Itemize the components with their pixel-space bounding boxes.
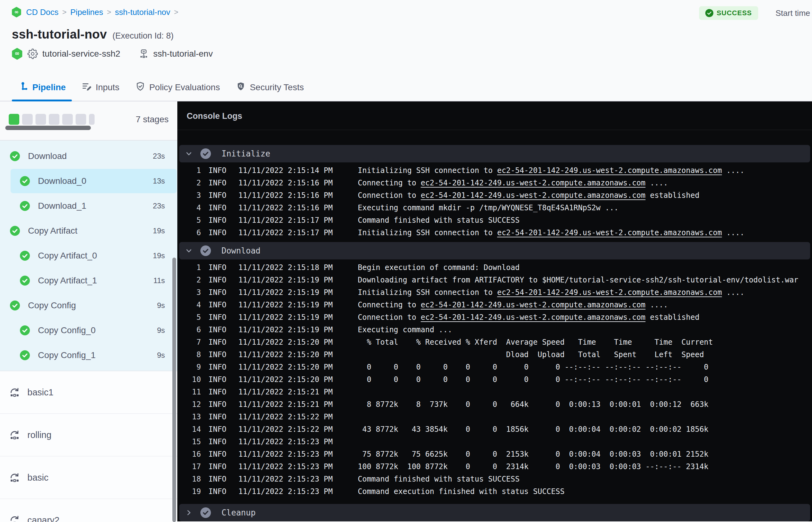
log-host-link[interactable]: ec2-54-201-142-249.us-west-2.compute.ama… (421, 191, 645, 200)
stage-row-copy-artifact[interactable]: Copy Artifact19s (0, 218, 177, 243)
log-host-link[interactable]: ec2-54-201-142-249.us-west-2.compute.ama… (497, 166, 722, 175)
pipeline-icon (18, 81, 28, 94)
tab-label: Security Tests (250, 82, 304, 93)
log-timestamp: 11/11/2022 2:15:20 PM (238, 350, 334, 359)
breadcrumb-link[interactable]: Pipelines (70, 7, 103, 17)
page-header: ∞ CD Docs>Pipelines>ssh-tutorial-nov> SU… (0, 0, 812, 101)
stage-duration: 13s (153, 177, 165, 185)
stage-row-download_0[interactable]: Download_013s (0, 168, 177, 194)
log-line-number: 7 (191, 338, 201, 346)
stage-row-copy-config_1[interactable]: Copy Config_19s (0, 343, 177, 368)
log-section-header-initialize[interactable]: Initialize (179, 145, 810, 162)
pipeline-row-rolling[interactable]: rolling (0, 414, 177, 456)
log-line-number: 8 (191, 350, 201, 359)
chevron-down-icon (185, 149, 193, 158)
tab-pipeline[interactable]: Pipeline (18, 74, 66, 101)
log-lines-initialize: 1INFO11/11/2022 2:15:14 PMInitializing S… (177, 164, 812, 239)
breadcrumb-separator: > (107, 8, 111, 17)
log-host-link[interactable]: ec2-54-201-142-249.us-west-2.compute.ama… (497, 228, 722, 237)
log-line: 15INFO11/11/2022 2:15:23 PM (177, 436, 812, 448)
log-message: 75 8772k 75 6625k 0 0 2153k 0 0:00:04 0:… (358, 450, 708, 459)
pipeline-row-canary2[interactable]: canary2 (0, 499, 177, 522)
breadcrumb-link[interactable]: CD Docs (26, 7, 59, 17)
stage-row-download[interactable]: Download23s (0, 144, 177, 168)
tab-security-tests[interactable]: Security Tests (236, 74, 304, 101)
log-timestamp: 11/11/2022 2:15:22 PM (238, 425, 334, 434)
log-timestamp: 11/11/2022 2:15:17 PM (238, 216, 334, 225)
log-host-link[interactable]: ec2-54-201-142-249.us-west-2.compute.ama… (421, 313, 645, 322)
log-line: 17INFO11/11/2022 2:15:23 PM100 8772k 100… (177, 460, 812, 473)
stage-name: Copy Config_1 (38, 350, 96, 360)
stage-row-copy-artifact_1[interactable]: Copy Artifact_111s (0, 268, 177, 293)
log-line-number: 2 (191, 276, 201, 284)
log-line-number: 5 (191, 313, 201, 322)
log-line: 12INFO11/11/2022 2:15:21 PM 8 8772k 8 73… (177, 398, 812, 410)
breadcrumb-link[interactable]: ssh-tutorial-nov (115, 7, 170, 17)
log-message: Initializing SSH connection to ec2-54-20… (358, 166, 745, 175)
execution-id: (Execution Id: 8) (112, 31, 174, 41)
log-line: 9INFO11/11/2022 2:15:20 PM 0 0 0 0 0 0 0… (177, 361, 812, 373)
log-line-number: 11 (191, 388, 201, 396)
svg-text:∞: ∞ (15, 50, 20, 57)
log-level: INFO (208, 179, 228, 187)
start-time-label: Start time (776, 8, 810, 18)
log-message: 0 0 0 0 0 0 0 0 --:--:-- --:--:-- --:--:… (358, 363, 708, 372)
log-line-number: 6 (191, 228, 201, 237)
tab-inputs[interactable]: Inputs (81, 74, 119, 101)
policy-icon (135, 81, 146, 94)
vertical-scrollbar[interactable] (172, 258, 176, 522)
log-host-link[interactable]: ec2-54-201-142-249.us-west-2.compute.ama… (497, 288, 722, 297)
log-line: 2INFO11/11/2022 2:15:19 PMDownloading ar… (177, 274, 812, 286)
log-timestamp: 11/11/2022 2:15:17 PM (238, 228, 334, 237)
harness-cd-icon: ∞ (11, 48, 23, 60)
log-level: INFO (208, 288, 228, 297)
chevron-down-icon (185, 247, 193, 255)
pipeline-list: basic1rollingbasiccanary2 (0, 371, 177, 522)
log-timestamp: 11/11/2022 2:15:23 PM (238, 437, 334, 446)
log-line: 1INFO11/11/2022 2:15:14 PMInitializing S… (177, 164, 812, 177)
rollback-icon (0, 429, 21, 441)
log-timestamp: 11/11/2022 2:15:19 PM (238, 301, 334, 309)
harness-logo-icon: ∞ (11, 7, 22, 17)
log-timestamp: 11/11/2022 2:15:23 PM (238, 487, 334, 496)
stages-sidebar: 7 stages Download23sDownload_013sDownloa… (0, 101, 177, 521)
pipeline-row-basic1[interactable]: basic1 (0, 371, 177, 414)
log-level: INFO (208, 363, 228, 372)
log-host-link[interactable]: ec2-54-201-142-249.us-west-2.compute.ama… (421, 301, 645, 309)
console-logs-panel: Console Logs Initialize1INFO11/11/2022 2… (177, 101, 812, 521)
log-host-link[interactable]: ec2-54-201-142-249.us-west-2.compute.ama… (421, 179, 645, 187)
stage-row-copy-artifact_0[interactable]: Copy Artifact_019s (0, 243, 177, 268)
stage-progress-square (22, 114, 33, 125)
log-line-number: 9 (191, 363, 201, 372)
log-message: Executing command ... (358, 325, 452, 334)
stage-success-icon (10, 226, 20, 236)
log-timestamp: 11/11/2022 2:15:23 PM (238, 462, 334, 471)
page-title: ssh-tutorial-nov (12, 27, 107, 41)
log-section-header-download[interactable]: Download (179, 242, 810, 259)
section-success-icon (200, 148, 211, 159)
log-line-number: 3 (191, 191, 201, 200)
stage-row-copy-config_0[interactable]: Copy Config_09s (0, 318, 177, 343)
stage-progress-square (89, 114, 95, 125)
pipeline-name: rolling (27, 430, 51, 440)
section-label: Initialize (222, 149, 270, 158)
stage-list: Download23sDownload_013sDownload_123sCop… (0, 141, 177, 371)
stage-success-icon (20, 276, 30, 286)
log-line: 6INFO11/11/2022 2:15:19 PMExecuting comm… (177, 323, 812, 336)
environment-icon (139, 48, 149, 59)
pipeline-row-basic[interactable]: basic (0, 456, 177, 499)
status-badge: SUCCESS (699, 6, 758, 20)
log-line: 3INFO11/11/2022 2:15:19 PMInitializing S… (177, 286, 812, 299)
tab-policy-evaluations[interactable]: Policy Evaluations (135, 74, 220, 101)
horizontal-scrollbar[interactable] (5, 126, 91, 130)
stage-duration: 19s (153, 252, 165, 260)
status-badge-label: SUCCESS (716, 9, 752, 17)
log-message: Downloading artifact from ARTIFACTORY to… (358, 276, 798, 284)
stage-row-copy-config[interactable]: Copy Config9s (0, 293, 177, 318)
pipeline-name: basic (27, 473, 48, 483)
stage-row-download_1[interactable]: Download_123s (0, 194, 177, 218)
log-line: 19INFO11/11/2022 2:15:23 PMCommand execu… (177, 485, 812, 498)
stage-success-icon (20, 201, 30, 211)
log-line-number: 18 (191, 475, 201, 483)
log-section-header-cleanup[interactable]: Cleanup (179, 504, 810, 521)
